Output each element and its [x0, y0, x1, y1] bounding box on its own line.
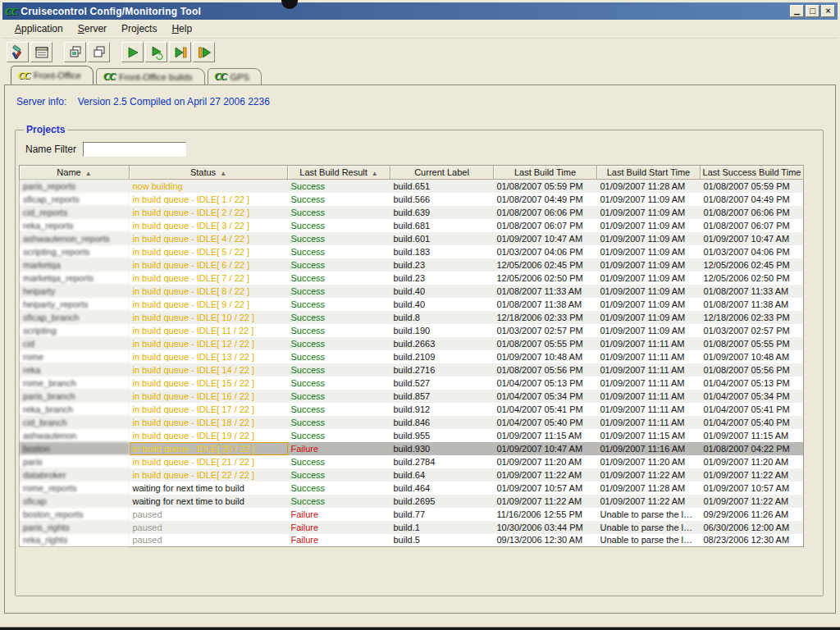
- tab-gps[interactable]: CC GPS: [208, 68, 262, 84]
- project-name-cell[interactable]: cid_reports: [20, 206, 130, 219]
- table-row[interactable]: bostonin build queue - IDLE[ 20 / 22 ]Fa…: [20, 442, 804, 455]
- current-label-cell[interactable]: build.857: [390, 390, 494, 403]
- status-cell[interactable]: in build queue - IDLE[ 1 / 22 ]: [130, 193, 288, 206]
- current-label-cell[interactable]: build.2695: [390, 495, 494, 508]
- last-success-build-time-cell[interactable]: 01/08/2007 11:38 AM: [701, 298, 804, 311]
- last-build-start-time-cell[interactable]: 01/09/2007 11:28 AM: [597, 180, 701, 193]
- table-row[interactable]: heipartyin build queue - IDLE[ 8 / 22 ]S…: [20, 285, 804, 298]
- last-build-result-cell[interactable]: Success: [288, 285, 390, 298]
- column-header[interactable]: Last Build Time: [494, 166, 597, 180]
- last-success-build-time-cell[interactable]: 01/09/2007 11:22 AM: [701, 495, 804, 508]
- last-success-build-time-cell[interactable]: 01/08/2007 06:06 PM: [701, 206, 804, 219]
- project-name-cell[interactable]: ashwautenon: [20, 429, 130, 442]
- status-cell[interactable]: paused: [130, 508, 288, 521]
- status-cell[interactable]: waiting for next time to build: [130, 495, 288, 508]
- table-row[interactable]: heiparty_reportsin build queue - IDLE[ 9…: [20, 298, 804, 311]
- last-build-start-time-cell[interactable]: 01/09/2007 11:09 AM: [597, 298, 701, 311]
- last-build-result-cell[interactable]: Success: [288, 482, 390, 495]
- current-label-cell[interactable]: build.1: [390, 521, 494, 534]
- project-name-cell[interactable]: cid_branch: [20, 416, 130, 429]
- column-header[interactable]: Status▲: [130, 166, 288, 180]
- last-build-time-cell[interactable]: 01/08/2007 05:56 PM: [494, 363, 597, 377]
- last-build-result-cell[interactable]: Success: [288, 403, 390, 416]
- table-row[interactable]: cidin build queue - IDLE[ 12 / 22 ]Succe…: [20, 337, 804, 350]
- last-build-result-cell[interactable]: Success: [288, 245, 390, 258]
- current-label-cell[interactable]: build.64: [390, 468, 494, 482]
- status-cell[interactable]: in build queue - IDLE[ 14 / 22 ]: [130, 363, 288, 377]
- form-window-button[interactable]: [30, 42, 52, 62]
- project-name-cell[interactable]: reka_rights: [20, 534, 130, 547]
- last-success-build-time-cell[interactable]: 01/04/2007 05:40 PM: [701, 416, 804, 429]
- table-row[interactable]: reka_reportsin build queue - IDLE[ 3 / 2…: [20, 219, 804, 232]
- last-build-result-cell[interactable]: Success: [288, 272, 390, 285]
- last-build-result-cell[interactable]: Success: [288, 416, 390, 429]
- status-cell[interactable]: in build queue - IDLE[ 19 / 22 ]: [130, 429, 288, 442]
- last-success-build-time-cell[interactable]: 01/03/2007 02:57 PM: [701, 324, 804, 337]
- table-row[interactable]: boston_reportspausedFailurebuild.7711/16…: [20, 508, 804, 521]
- current-label-cell[interactable]: build.639: [390, 206, 494, 219]
- cascade-windows-button[interactable]: [88, 42, 110, 62]
- last-build-start-time-cell[interactable]: 01/09/2007 11:09 AM: [597, 219, 701, 232]
- project-name-cell[interactable]: paris: [20, 455, 130, 468]
- last-build-time-cell[interactable]: 09/13/2006 12:30 AM: [494, 534, 597, 547]
- last-build-result-cell[interactable]: Success: [288, 324, 390, 337]
- last-build-time-cell[interactable]: 01/08/2007 11:33 AM: [494, 285, 597, 298]
- column-header[interactable]: Last Build Start Time: [597, 166, 701, 180]
- last-build-result-cell[interactable]: Success: [288, 468, 390, 482]
- last-success-build-time-cell[interactable]: 08/23/2006 12:30 AM: [701, 534, 804, 547]
- run-to-pause-button[interactable]: [169, 42, 191, 62]
- status-cell[interactable]: in build queue - IDLE[ 5 / 22 ]: [130, 245, 288, 258]
- status-cell[interactable]: in build queue - IDLE[ 18 / 22 ]: [130, 416, 288, 429]
- last-success-build-time-cell[interactable]: 01/09/2007 11:22 AM: [701, 468, 804, 482]
- last-build-start-time-cell[interactable]: 01/09/2007 11:22 AM: [597, 468, 701, 482]
- status-cell[interactable]: in build queue - IDLE[ 15 / 22 ]: [130, 377, 288, 390]
- last-build-time-cell[interactable]: 01/04/2007 05:34 PM: [494, 390, 597, 403]
- table-row[interactable]: rome_branchin build queue - IDLE[ 15 / 2…: [20, 377, 804, 390]
- table-row[interactable]: reka_rightspausedFailurebuild.509/13/200…: [20, 534, 804, 547]
- table-row[interactable]: marketqa_reportsin build queue - IDLE[ 7…: [20, 272, 804, 285]
- last-build-result-cell[interactable]: Success: [288, 377, 390, 390]
- last-build-start-time-cell[interactable]: 01/09/2007 11:20 AM: [597, 455, 701, 468]
- table-row[interactable]: sficapwaiting for next time to buildSucc…: [20, 495, 804, 508]
- table-row[interactable]: ashwautenonin build queue - IDLE[ 19 / 2…: [20, 429, 804, 442]
- table-row[interactable]: romein build queue - IDLE[ 13 / 22 ]Succ…: [20, 350, 804, 363]
- last-success-build-time-cell[interactable]: 12/05/2006 02:45 PM: [701, 258, 804, 272]
- last-build-result-cell[interactable]: Success: [288, 180, 390, 193]
- current-label-cell[interactable]: build.651: [390, 180, 494, 193]
- last-success-build-time-cell[interactable]: 01/08/2007 05:59 PM: [701, 180, 804, 193]
- last-build-result-cell[interactable]: Success: [288, 455, 390, 468]
- last-success-build-time-cell[interactable]: 01/09/2007 10:57 AM: [701, 482, 804, 495]
- table-row[interactable]: rome_reportswaiting for next time to bui…: [20, 482, 804, 495]
- project-name-cell[interactable]: scripting_reports: [20, 245, 130, 258]
- last-build-time-cell[interactable]: 01/09/2007 10:47 AM: [494, 232, 597, 245]
- last-build-start-time-cell[interactable]: 01/09/2007 11:15 AM: [597, 429, 701, 442]
- last-success-build-time-cell[interactable]: 01/04/2007 05:34 PM: [701, 390, 804, 403]
- project-name-cell[interactable]: heiparty: [20, 285, 130, 298]
- project-name-cell[interactable]: paris_branch: [20, 390, 130, 403]
- last-build-result-cell[interactable]: Success: [288, 232, 390, 245]
- current-label-cell[interactable]: build.601: [390, 232, 494, 245]
- last-build-start-time-cell[interactable]: 01/09/2007 11:11 AM: [597, 337, 701, 350]
- last-build-start-time-cell[interactable]: 01/09/2007 11:16 AM: [597, 442, 701, 455]
- current-label-cell[interactable]: build.912: [390, 403, 494, 416]
- tab-front-office-builds[interactable]: CC Front-Office builds: [96, 68, 205, 84]
- last-build-start-time-cell[interactable]: 01/09/2007 11:11 AM: [597, 350, 701, 363]
- last-build-time-cell[interactable]: 01/08/2007 06:06 PM: [494, 206, 597, 219]
- current-label-cell[interactable]: build.2716: [390, 363, 494, 377]
- title-bar[interactable]: CC Cruisecontrol Config/Monitoring Tool …: [2, 2, 838, 20]
- last-build-time-cell[interactable]: 10/30/2006 03:44 PM: [494, 521, 597, 534]
- project-name-cell[interactable]: boston_reports: [20, 508, 130, 521]
- name-filter-input[interactable]: [83, 142, 186, 157]
- current-label-cell[interactable]: build.527: [390, 377, 494, 390]
- current-label-cell[interactable]: build.23: [390, 258, 494, 272]
- status-cell[interactable]: in build queue - IDLE[ 16 / 22 ]: [130, 390, 288, 403]
- last-build-result-cell[interactable]: Success: [288, 298, 390, 311]
- table-row[interactable]: scriptingin build queue - IDLE[ 11 / 22 …: [20, 324, 804, 337]
- project-name-cell[interactable]: rome: [20, 350, 130, 363]
- status-cell[interactable]: in build queue - IDLE[ 8 / 22 ]: [130, 285, 288, 298]
- project-name-cell[interactable]: sficap: [20, 495, 130, 508]
- status-cell[interactable]: in build queue - IDLE[ 12 / 22 ]: [130, 337, 288, 350]
- project-name-cell[interactable]: databroker: [20, 468, 130, 482]
- last-success-build-time-cell[interactable]: 06/30/2006 12:00 AM: [701, 521, 804, 534]
- last-build-time-cell[interactable]: 01/09/2007 10:48 AM: [494, 350, 597, 363]
